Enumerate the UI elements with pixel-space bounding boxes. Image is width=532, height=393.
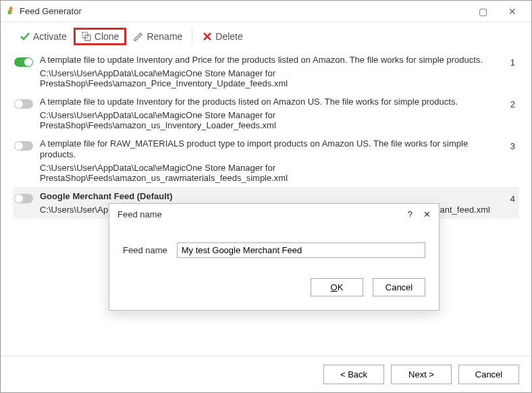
- feed-index: 2: [510, 97, 518, 109]
- feed-generator-window: Feed Generator ▢ ✕ Activate Clone Rename…: [0, 0, 532, 393]
- feed-path: C:\Users\User\AppData\Local\eMagicOne St…: [40, 163, 504, 183]
- close-button[interactable]: ✕: [499, 3, 526, 20]
- feed-name-dialog: Feed name ? ✕ Feed name OK Cancel: [109, 203, 440, 311]
- check-icon: [20, 31, 30, 42]
- delete-icon: [202, 31, 213, 42]
- feed-description: A template file for RAW_MATERIALS produc…: [40, 138, 504, 160]
- feed-index: 4: [510, 191, 518, 204]
- list-item[interactable]: A template file for RAW_MATERIALS produc…: [13, 134, 519, 187]
- toolbar: Activate Clone Rename Delete: [1, 22, 531, 51]
- feed-description: A template file to update Inventory for …: [40, 97, 504, 107]
- toggle-switch[interactable]: [14, 194, 33, 203]
- maximize-button[interactable]: ▢: [469, 3, 496, 20]
- delete-button[interactable]: Delete: [195, 28, 249, 45]
- app-icon: [6, 5, 16, 17]
- toolbar-separator: [192, 29, 192, 44]
- ok-button[interactable]: OK: [311, 278, 363, 296]
- feed-description: Google Merchant Feed (Default): [40, 191, 504, 202]
- activate-button[interactable]: Activate: [13, 28, 74, 45]
- titlebar: Feed Generator ▢ ✕: [1, 1, 531, 22]
- toggle-switch[interactable]: [14, 141, 33, 151]
- next-button[interactable]: Next >: [391, 365, 452, 384]
- wizard-footer: < Back Next > Cancel: [1, 356, 531, 392]
- dialog-cancel-button[interactable]: Cancel: [373, 278, 425, 296]
- back-button[interactable]: < Back: [323, 365, 384, 384]
- toggle-switch[interactable]: [14, 99, 33, 109]
- clone-icon: [81, 31, 92, 42]
- toggle-switch[interactable]: [14, 57, 33, 67]
- feed-name-label: Feed name: [123, 245, 167, 255]
- cancel-button[interactable]: Cancel: [458, 365, 519, 384]
- feed-path: C:\Users\User\AppData\Local\eMagicOne St…: [40, 68, 504, 88]
- list-item[interactable]: A template file to update Inventory and …: [13, 51, 519, 93]
- feed-name-input[interactable]: [177, 242, 425, 258]
- dialog-close-button[interactable]: ✕: [423, 209, 431, 219]
- clone-button[interactable]: Clone: [74, 28, 127, 45]
- help-button[interactable]: ?: [408, 209, 413, 219]
- feed-index: 3: [510, 138, 518, 151]
- pencil-icon: [133, 31, 144, 42]
- feed-path: C:\Users\User\AppData\Local\eMagicOne St…: [40, 110, 504, 130]
- list-item[interactable]: A template file to update Inventory for …: [13, 93, 519, 134]
- dialog-title: Feed name: [117, 209, 162, 219]
- window-title: Feed Generator: [20, 6, 82, 16]
- feed-index: 1: [510, 55, 518, 68]
- feed-description: A template file to update Inventory and …: [40, 55, 504, 66]
- rename-button[interactable]: Rename: [126, 28, 189, 45]
